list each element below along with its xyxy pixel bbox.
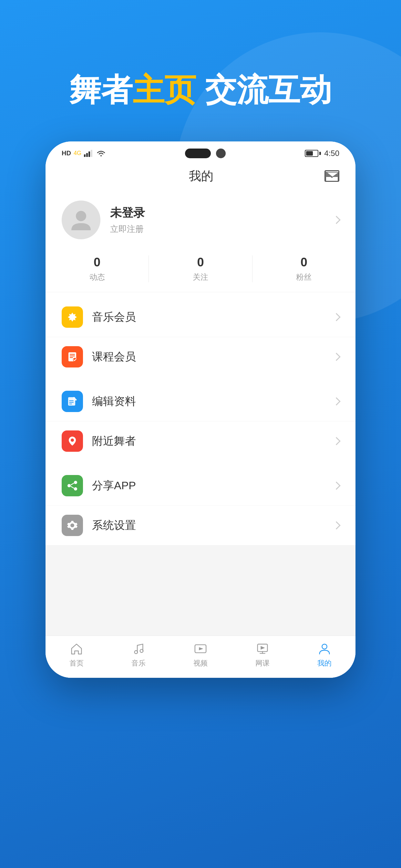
avatar (62, 200, 100, 239)
svg-point-18 (74, 487, 77, 491)
svg-rect-9 (70, 357, 73, 358)
content-gray-area (45, 545, 356, 636)
menu-item-nearby-dancer[interactable]: 附近舞者 (45, 422, 356, 461)
stats-row: 0 动态 0 关注 0 粉丝 (45, 249, 356, 292)
wifi-icon (96, 150, 106, 157)
menu-label-share-app: 分享APP (92, 478, 325, 493)
menu-label-course-member: 课程会员 (92, 349, 325, 364)
menu-label-system-settings: 系统设置 (92, 518, 325, 533)
menu-chevron-nearby-icon (332, 437, 340, 445)
nav-label-online-course: 网课 (255, 658, 270, 668)
nearby-dancer-icon (62, 430, 83, 452)
user-name: 未登录 (110, 205, 324, 221)
stat-item-posts[interactable]: 0 动态 (45, 255, 149, 282)
user-profile-section[interactable]: 未登录 立即注册 (45, 191, 356, 249)
online-course-nav-icon (254, 642, 271, 656)
hero-text-part3: 交流互动 (196, 72, 331, 107)
edit-profile-icon (62, 391, 83, 412)
share-app-icon (62, 475, 83, 496)
svg-marker-25 (199, 647, 203, 650)
hero-text-part2: 主页 (133, 72, 196, 107)
svg-rect-2 (89, 151, 90, 157)
stat-label-following: 关注 (193, 272, 208, 282)
menu-item-system-settings[interactable]: 系统设置 (45, 506, 356, 545)
svg-point-21 (70, 523, 74, 527)
hero-section: 舞者主页 交流互动 (43, 71, 357, 109)
menu-label-nearby-dancer: 附近舞者 (92, 434, 325, 448)
stat-value-posts: 0 (94, 255, 100, 269)
menu-label-edit-profile: 编辑资料 (92, 394, 325, 409)
nav-label-home: 首页 (69, 658, 84, 668)
nav-label-mine: 我的 (317, 658, 332, 668)
notch-dot (216, 149, 226, 158)
menu-item-share-app[interactable]: 分享APP (45, 466, 356, 506)
notch-pill (185, 149, 211, 158)
svg-point-17 (67, 484, 71, 487)
phone-mockup: HD 4G (45, 142, 356, 678)
svg-line-20 (71, 486, 74, 488)
hero-text-part1: 舞者 (69, 72, 133, 107)
svg-rect-3 (91, 150, 92, 157)
hero-title: 舞者主页 交流互动 (69, 71, 331, 109)
svg-rect-4 (326, 172, 338, 182)
stat-label-fans: 粉丝 (296, 272, 312, 282)
menu-chevron-course-icon (332, 352, 340, 361)
system-settings-icon (62, 515, 83, 536)
status-right: 4:50 (305, 149, 339, 158)
svg-point-15 (71, 438, 74, 442)
menu-item-course-member[interactable]: 课程会员 (45, 337, 356, 376)
music-member-icon (62, 306, 83, 328)
app-header: 我的 (45, 161, 356, 191)
svg-rect-8 (70, 355, 75, 356)
battery-icon (305, 150, 321, 157)
svg-point-5 (76, 211, 86, 221)
bottom-navigation: 首页 音乐 视频 (45, 636, 356, 678)
nav-label-video: 视频 (193, 658, 208, 668)
home-nav-icon (68, 642, 85, 656)
stat-value-following: 0 (197, 255, 204, 269)
svg-rect-7 (70, 354, 75, 355)
nav-item-video[interactable]: 视频 (169, 642, 232, 668)
mail-button[interactable] (325, 170, 339, 182)
menu-chevron-share-icon (332, 482, 340, 490)
menu-chevron-settings-icon (332, 521, 340, 529)
menu-chevron-music-icon (332, 313, 340, 321)
user-chevron-icon (332, 216, 340, 224)
nav-item-music[interactable]: 音乐 (107, 642, 169, 668)
svg-rect-0 (84, 154, 86, 157)
time-display: 4:50 (324, 149, 339, 158)
menu-section-profile: 编辑资料 附近舞者 (45, 382, 356, 461)
menu-chevron-edit-icon (332, 397, 340, 405)
signal-text: HD (62, 150, 71, 157)
nav-item-home[interactable]: 首页 (45, 642, 107, 668)
menu-section-other: 分享APP 系统设置 (45, 466, 356, 545)
avatar-icon (68, 207, 94, 233)
stat-item-fans[interactable]: 0 粉丝 (252, 255, 356, 282)
stat-value-fans: 0 (301, 255, 307, 269)
mine-nav-icon (316, 642, 333, 656)
status-left: HD 4G (62, 150, 106, 157)
status-center (185, 149, 226, 158)
svg-point-28 (322, 644, 327, 649)
svg-line-19 (71, 483, 74, 485)
menu-item-music-member[interactable]: 音乐会员 (45, 298, 356, 337)
menu-section-membership: 音乐会员 课程会员 (45, 298, 356, 376)
network-type: 4G (73, 150, 81, 157)
nav-item-online-course[interactable]: 网课 (232, 642, 294, 668)
video-nav-icon (192, 642, 209, 656)
status-bar: HD 4G (45, 142, 356, 161)
stat-label-posts: 动态 (89, 272, 105, 282)
stat-item-following[interactable]: 0 关注 (149, 255, 252, 282)
menu-label-music-member: 音乐会员 (92, 310, 325, 324)
svg-rect-1 (86, 153, 88, 157)
page-title: 我的 (78, 168, 325, 184)
music-nav-icon (130, 642, 147, 656)
nav-label-music: 音乐 (131, 658, 146, 668)
svg-rect-11 (68, 397, 75, 406)
svg-point-16 (74, 481, 77, 484)
nav-item-mine[interactable]: 我的 (294, 642, 356, 668)
user-info: 未登录 立即注册 (110, 205, 324, 235)
signal-bars-icon (84, 150, 94, 157)
user-subtitle: 立即注册 (110, 223, 324, 235)
menu-item-edit-profile[interactable]: 编辑资料 (45, 382, 356, 422)
